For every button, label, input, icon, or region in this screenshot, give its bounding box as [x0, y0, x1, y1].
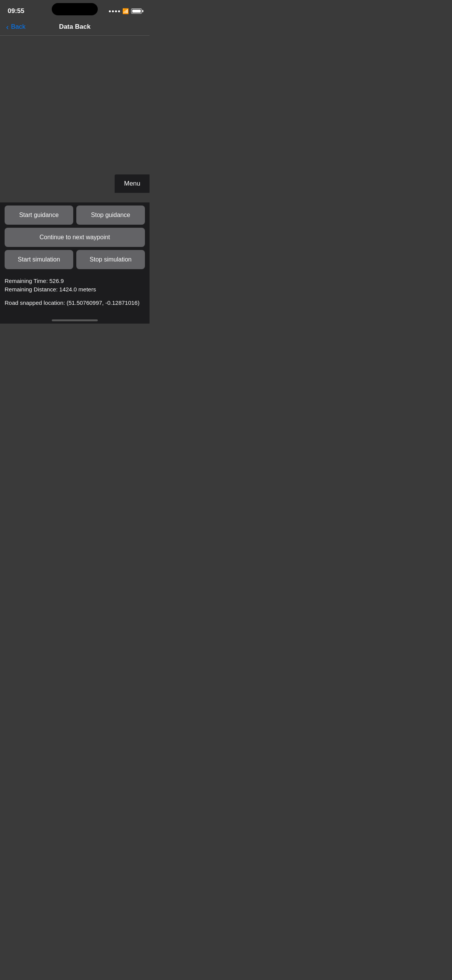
menu-button[interactable]: Menu — [115, 174, 150, 193]
status-time: 09:55 — [8, 7, 24, 15]
start-simulation-button[interactable]: Start simulation — [5, 250, 73, 269]
remaining-distance-text: Remaining Distance: 1424.0 meters — [5, 285, 145, 294]
back-button[interactable]: ‹ Back — [6, 23, 25, 31]
battery-icon — [131, 8, 142, 14]
main-content-area — [0, 36, 150, 174]
status-icons: 📶 — [109, 8, 142, 14]
page-title: Data Back — [59, 23, 90, 31]
menu-area: Menu — [0, 174, 150, 193]
signal-icon — [109, 10, 120, 12]
simulation-button-row: Start simulation Stop simulation — [5, 250, 145, 269]
buttons-section: Start guidance Stop guidance Continue to… — [0, 202, 150, 269]
road-snapped-location-text: Road snapped location: (51.50760997, -0.… — [5, 299, 145, 307]
notch — [52, 3, 98, 15]
home-bar — [52, 319, 98, 321]
remaining-time-text: Remaining Time: 526.9 — [5, 277, 145, 286]
home-indicator — [0, 316, 150, 324]
start-guidance-button[interactable]: Start guidance — [5, 206, 73, 225]
guidance-button-row: Start guidance Stop guidance — [5, 206, 145, 225]
stop-simulation-button[interactable]: Stop simulation — [76, 250, 145, 269]
info-section: Remaining Time: 526.9 Remaining Distance… — [0, 272, 150, 317]
bottom-panel: Start guidance Stop guidance Continue to… — [0, 202, 150, 324]
back-chevron-icon: ‹ — [6, 23, 9, 31]
wifi-icon: 📶 — [122, 8, 129, 14]
continue-waypoint-button[interactable]: Continue to next waypoint — [5, 228, 145, 247]
remaining-info: Remaining Time: 526.9 Remaining Distance… — [5, 277, 145, 294]
nav-bar: ‹ Back Data Back — [0, 20, 150, 36]
back-label: Back — [11, 23, 26, 31]
stop-guidance-button[interactable]: Stop guidance — [76, 206, 145, 225]
status-bar: 09:55 📶 — [0, 0, 150, 20]
